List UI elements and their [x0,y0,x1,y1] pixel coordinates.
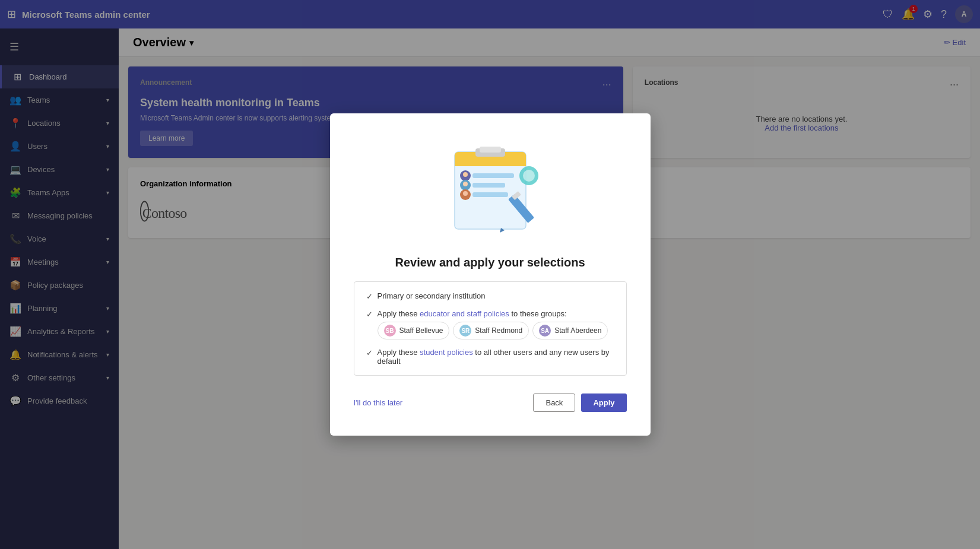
svg-rect-5 [472,173,514,178]
tag-label-sr: Staff Redmond [475,326,522,335]
check-icon: ✓ [366,292,373,301]
check-icon: ✓ [366,310,373,319]
educator-policies-link[interactable]: educator and staff policies [420,309,509,318]
institution-text: Primary or secondary institution [378,291,614,300]
checklist-item-educator: ✓ Apply these educator and staff policie… [366,309,614,339]
footer-buttons: Back Apply [533,393,626,412]
modal-overlay: Review and apply your selections ✓ Prima… [0,0,980,549]
back-button[interactable]: Back [533,393,575,412]
checklist-item-institution: ✓ Primary or secondary institution [366,291,614,301]
svg-rect-4 [455,163,526,166]
student-policies-link[interactable]: student policies [420,348,473,357]
modal-illustration [431,137,550,244]
review-modal: Review and apply your selections ✓ Prima… [330,113,651,436]
apply-button[interactable]: Apply [581,393,626,412]
tag-avatar-sa: SA [539,325,551,337]
svg-point-12 [463,182,468,186]
tag-staff-bellevue: SB Staff Bellevue [378,322,450,339]
modal-footer: I'll do this later Back Apply [354,393,627,412]
check-icon: ✓ [366,348,373,357]
svg-rect-18 [480,147,501,153]
educator-text-block: Apply these educator and staff policies … [378,309,614,339]
later-button[interactable]: I'll do this later [354,398,403,407]
educator-text-after: to these groups: [511,309,566,318]
modal-title: Review and apply your selections [395,256,585,269]
tag-avatar-sr: SR [459,325,471,337]
svg-rect-6 [472,183,505,188]
educator-text-before: Apply these [378,309,420,318]
modal-checklist: ✓ Primary or secondary institution ✓ App… [354,281,627,376]
tag-label-sa: Staff Aberdeen [554,326,601,335]
student-text-before: Apply these [378,348,420,357]
tag-label-sb: Staff Bellevue [399,326,443,335]
tag-staff-redmond: SR Staff Redmond [453,322,529,339]
checklist-item-student: ✓ Apply these student policies to all ot… [366,348,614,366]
tag-avatar-sb: SB [384,325,396,337]
tag-staff-aberdeen: SA Staff Aberdeen [532,322,608,339]
svg-point-11 [463,172,468,177]
svg-rect-7 [472,192,508,197]
student-text-block: Apply these student policies to all othe… [378,348,614,366]
groups-tags: SB Staff Bellevue SR Staff Redmond SA St… [378,322,614,339]
svg-point-20 [523,170,535,182]
svg-point-13 [463,191,468,196]
